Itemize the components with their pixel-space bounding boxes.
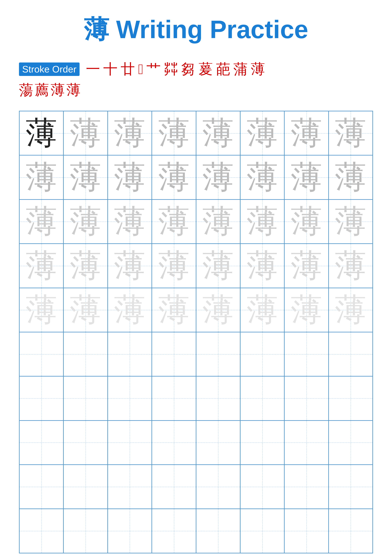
grid-cell[interactable]: 薄 [240, 199, 284, 244]
grid-cell[interactable]: 薄 [328, 288, 373, 332]
grid-cell[interactable]: 薄 [152, 155, 196, 199]
grid-cell[interactable] [240, 332, 284, 376]
grid-cell[interactable]: 薄 [19, 155, 64, 199]
grid-cell[interactable] [108, 421, 152, 465]
grid-cell[interactable]: 薄 [64, 288, 107, 332]
grid-cell[interactable] [328, 421, 373, 465]
grid-cell[interactable]: 薄 [64, 244, 107, 288]
stroke-char-14: 薄 [51, 80, 65, 100]
grid-cell[interactable]: 薄 [108, 111, 152, 155]
grid-cell[interactable]: 薄 [64, 155, 107, 199]
grid-cell[interactable] [284, 332, 328, 376]
stroke-order-section: Stroke Order 一 十 廿 𠂇 艹 茻 芻 萲 葩 蒲 薄 蕩 薦 薄… [19, 59, 373, 101]
grid-cell[interactable] [64, 465, 107, 509]
grid-cell[interactable]: 薄 [19, 199, 64, 244]
grid-cell[interactable] [240, 421, 284, 465]
grid-cell[interactable]: 薄 [284, 155, 328, 199]
grid-cell[interactable]: 薄 [152, 288, 196, 332]
practice-char: 薄 [335, 289, 366, 331]
grid-cell[interactable] [108, 376, 152, 420]
practice-char: 薄 [335, 244, 366, 287]
grid-cell[interactable]: 薄 [196, 111, 240, 155]
grid-cell[interactable] [196, 509, 240, 553]
stroke-char-7: 芻 [181, 59, 195, 79]
grid-row-5: 薄 薄 薄 薄 薄 薄 薄 薄 [19, 288, 373, 332]
grid-cell[interactable] [240, 509, 284, 553]
grid-cell[interactable] [152, 332, 196, 376]
grid-cell[interactable] [196, 332, 240, 376]
grid-cell[interactable]: 薄 [152, 111, 196, 155]
grid-cell[interactable]: 薄 [108, 244, 152, 288]
practice-char: 薄 [335, 156, 366, 199]
practice-char: 薄 [70, 244, 101, 287]
grid-cell[interactable]: 薄 [196, 155, 240, 199]
grid-cell[interactable]: 薄 [284, 111, 328, 155]
practice-char: 薄 [26, 244, 57, 287]
grid-cell[interactable] [152, 465, 196, 509]
grid-cell[interactable]: 薄 [108, 155, 152, 199]
grid-cell[interactable]: 薄 [19, 244, 64, 288]
stroke-char-4: 𠂇 [138, 61, 143, 77]
grid-cell[interactable] [196, 465, 240, 509]
grid-cell[interactable]: 薄 [240, 155, 284, 199]
practice-char: 薄 [114, 200, 145, 243]
grid-cell[interactable]: 薄 [64, 111, 107, 155]
grid-cell[interactable]: 薄 [152, 244, 196, 288]
grid-cell[interactable]: 薄 [240, 288, 284, 332]
practice-char: 薄 [335, 112, 366, 154]
grid-cell[interactable]: 薄 [240, 111, 284, 155]
grid-cell[interactable]: 薄 [19, 111, 64, 155]
grid-cell[interactable] [284, 376, 328, 420]
grid-cell[interactable] [284, 465, 328, 509]
grid-cell[interactable] [196, 421, 240, 465]
grid-cell[interactable] [19, 465, 64, 509]
grid-cell[interactable] [64, 421, 107, 465]
grid-cell[interactable] [328, 509, 373, 553]
grid-cell[interactable]: 薄 [19, 288, 64, 332]
grid-cell[interactable] [240, 376, 284, 420]
grid-cell[interactable] [152, 376, 196, 420]
grid-cell[interactable]: 薄 [196, 199, 240, 244]
grid-cell[interactable] [64, 332, 107, 376]
grid-cell[interactable]: 薄 [328, 199, 373, 244]
grid-cell[interactable] [64, 509, 107, 553]
grid-cell[interactable] [196, 376, 240, 420]
grid-cell[interactable] [108, 465, 152, 509]
practice-char: 薄 [247, 200, 278, 243]
grid-cell[interactable] [19, 332, 64, 376]
grid-cell[interactable]: 薄 [284, 288, 328, 332]
grid-cell[interactable]: 薄 [284, 199, 328, 244]
grid-cell[interactable]: 薄 [64, 199, 107, 244]
practice-char: 薄 [247, 112, 278, 154]
grid-cell[interactable]: 薄 [108, 288, 152, 332]
grid-cell[interactable] [19, 376, 64, 420]
grid-cell[interactable] [284, 509, 328, 553]
grid-cell[interactable] [328, 465, 373, 509]
grid-row-2: 薄 薄 薄 薄 薄 薄 薄 薄 [19, 155, 373, 199]
grid-cell[interactable]: 薄 [196, 288, 240, 332]
practice-char: 薄 [247, 289, 278, 331]
grid-cell[interactable] [284, 421, 328, 465]
grid-cell[interactable] [152, 509, 196, 553]
grid-cell[interactable] [64, 376, 107, 420]
grid-cell[interactable] [108, 509, 152, 553]
grid-cell[interactable] [19, 509, 64, 553]
grid-cell[interactable] [328, 332, 373, 376]
grid-cell[interactable]: 薄 [284, 244, 328, 288]
grid-cell[interactable] [240, 465, 284, 509]
grid-cell[interactable] [328, 376, 373, 420]
practice-grid: 薄 薄 薄 薄 薄 薄 薄 薄 薄 薄 薄 薄 薄 薄 薄 薄 薄 薄 薄 薄 … [19, 111, 373, 553]
grid-cell[interactable]: 薄 [108, 199, 152, 244]
practice-char: 薄 [291, 244, 322, 287]
grid-cell[interactable]: 薄 [328, 155, 373, 199]
grid-cell[interactable]: 薄 [152, 199, 196, 244]
grid-cell[interactable]: 薄 [240, 244, 284, 288]
grid-cell[interactable]: 薄 [328, 111, 373, 155]
grid-cell[interactable] [19, 421, 64, 465]
grid-cell[interactable]: 薄 [196, 244, 240, 288]
grid-cell[interactable]: 薄 [328, 244, 373, 288]
grid-cell[interactable] [152, 421, 196, 465]
grid-cell[interactable] [108, 332, 152, 376]
practice-char: 薄 [202, 289, 234, 331]
stroke-char-15: 薄 [66, 80, 81, 100]
